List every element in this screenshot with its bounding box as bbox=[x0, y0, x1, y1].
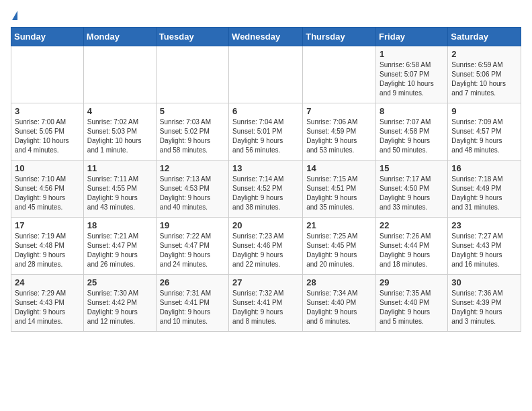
day-info: Sunrise: 7:14 AM Sunset: 4:52 PM Dayligh… bbox=[232, 175, 299, 212]
calendar-cell: 12Sunrise: 7:13 AM Sunset: 4:53 PM Dayli… bbox=[156, 161, 228, 218]
day-info: Sunrise: 7:18 AM Sunset: 4:49 PM Dayligh… bbox=[451, 175, 517, 212]
week-row-1: 1Sunrise: 6:58 AM Sunset: 5:07 PM Daylig… bbox=[11, 46, 521, 103]
day-number: 8 bbox=[380, 106, 444, 116]
week-row-2: 3Sunrise: 7:00 AM Sunset: 5:05 PM Daylig… bbox=[11, 103, 521, 161]
day-number: 18 bbox=[87, 220, 152, 230]
day-number: 10 bbox=[15, 163, 80, 173]
day-number: 13 bbox=[232, 163, 299, 173]
day-number: 16 bbox=[451, 163, 517, 173]
day-info: Sunrise: 7:17 AM Sunset: 4:50 PM Dayligh… bbox=[380, 175, 444, 212]
day-info: Sunrise: 7:25 AM Sunset: 4:45 PM Dayligh… bbox=[306, 232, 372, 269]
calendar-cell: 5Sunrise: 7:03 AM Sunset: 5:02 PM Daylig… bbox=[156, 103, 228, 161]
day-info: Sunrise: 7:09 AM Sunset: 4:57 PM Dayligh… bbox=[451, 118, 517, 155]
calendar-cell: 3Sunrise: 7:00 AM Sunset: 5:05 PM Daylig… bbox=[11, 103, 84, 161]
calendar-cell: 26Sunrise: 7:31 AM Sunset: 4:41 PM Dayli… bbox=[156, 275, 228, 332]
day-number: 12 bbox=[160, 163, 225, 173]
day-number: 14 bbox=[306, 163, 372, 173]
day-number: 28 bbox=[306, 277, 372, 287]
day-info: Sunrise: 6:58 AM Sunset: 5:07 PM Dayligh… bbox=[380, 60, 444, 98]
week-row-3: 10Sunrise: 7:10 AM Sunset: 4:56 PM Dayli… bbox=[11, 161, 521, 218]
week-row-5: 24Sunrise: 7:29 AM Sunset: 4:43 PM Dayli… bbox=[11, 275, 521, 332]
page-header bbox=[11, 11, 521, 20]
day-number: 21 bbox=[306, 220, 372, 230]
header-row: SundayMondayTuesdayWednesdayThursdayFrid… bbox=[11, 28, 521, 46]
calendar-cell: 18Sunrise: 7:21 AM Sunset: 4:47 PM Dayli… bbox=[83, 218, 156, 275]
calendar-cell: 21Sunrise: 7:25 AM Sunset: 4:45 PM Dayli… bbox=[303, 218, 376, 275]
day-info: Sunrise: 7:23 AM Sunset: 4:46 PM Dayligh… bbox=[232, 232, 299, 269]
day-info: Sunrise: 7:06 AM Sunset: 4:59 PM Dayligh… bbox=[306, 118, 372, 155]
day-info: Sunrise: 6:59 AM Sunset: 5:06 PM Dayligh… bbox=[451, 60, 517, 98]
calendar-cell: 28Sunrise: 7:34 AM Sunset: 4:40 PM Dayli… bbox=[303, 275, 376, 332]
day-info: Sunrise: 7:30 AM Sunset: 4:42 PM Dayligh… bbox=[87, 289, 152, 326]
header-day-wednesday: Wednesday bbox=[229, 28, 303, 46]
day-number: 22 bbox=[380, 220, 444, 230]
logo bbox=[11, 11, 17, 20]
header-day-monday: Monday bbox=[83, 28, 156, 46]
calendar-cell: 1Sunrise: 6:58 AM Sunset: 5:07 PM Daylig… bbox=[376, 46, 448, 103]
day-number: 19 bbox=[160, 220, 225, 230]
day-number: 2 bbox=[451, 49, 517, 59]
day-info: Sunrise: 7:22 AM Sunset: 4:47 PM Dayligh… bbox=[160, 232, 225, 269]
day-number: 20 bbox=[232, 220, 299, 230]
day-info: Sunrise: 7:11 AM Sunset: 4:55 PM Dayligh… bbox=[87, 175, 152, 212]
day-info: Sunrise: 7:36 AM Sunset: 4:39 PM Dayligh… bbox=[451, 289, 517, 326]
day-number: 23 bbox=[451, 220, 517, 230]
day-info: Sunrise: 7:19 AM Sunset: 4:48 PM Dayligh… bbox=[15, 232, 80, 269]
day-info: Sunrise: 7:21 AM Sunset: 4:47 PM Dayligh… bbox=[87, 232, 152, 269]
day-number: 17 bbox=[15, 220, 80, 230]
calendar-cell: 4Sunrise: 7:02 AM Sunset: 5:03 PM Daylig… bbox=[83, 103, 156, 161]
day-number: 29 bbox=[380, 277, 444, 287]
day-info: Sunrise: 7:34 AM Sunset: 4:40 PM Dayligh… bbox=[306, 289, 372, 326]
day-info: Sunrise: 7:26 AM Sunset: 4:44 PM Dayligh… bbox=[380, 232, 444, 269]
calendar-cell: 14Sunrise: 7:15 AM Sunset: 4:51 PM Dayli… bbox=[303, 161, 376, 218]
day-number: 4 bbox=[87, 106, 152, 116]
calendar-cell: 11Sunrise: 7:11 AM Sunset: 4:55 PM Dayli… bbox=[83, 161, 156, 218]
header-day-friday: Friday bbox=[376, 28, 448, 46]
day-number: 6 bbox=[232, 106, 299, 116]
day-number: 7 bbox=[306, 106, 372, 116]
calendar-cell: 6Sunrise: 7:04 AM Sunset: 5:01 PM Daylig… bbox=[229, 103, 303, 161]
day-info: Sunrise: 7:35 AM Sunset: 4:40 PM Dayligh… bbox=[380, 289, 444, 326]
day-info: Sunrise: 7:04 AM Sunset: 5:01 PM Dayligh… bbox=[232, 118, 299, 155]
day-info: Sunrise: 7:00 AM Sunset: 5:05 PM Dayligh… bbox=[15, 118, 80, 155]
day-info: Sunrise: 7:29 AM Sunset: 4:43 PM Dayligh… bbox=[15, 289, 80, 326]
day-info: Sunrise: 7:02 AM Sunset: 5:03 PM Dayligh… bbox=[87, 118, 152, 155]
day-info: Sunrise: 7:10 AM Sunset: 4:56 PM Dayligh… bbox=[15, 175, 80, 212]
calendar-cell: 7Sunrise: 7:06 AM Sunset: 4:59 PM Daylig… bbox=[303, 103, 376, 161]
calendar-cell: 17Sunrise: 7:19 AM Sunset: 4:48 PM Dayli… bbox=[11, 218, 84, 275]
day-info: Sunrise: 7:15 AM Sunset: 4:51 PM Dayligh… bbox=[306, 175, 372, 212]
day-info: Sunrise: 7:31 AM Sunset: 4:41 PM Dayligh… bbox=[160, 289, 225, 326]
day-number: 27 bbox=[232, 277, 299, 287]
calendar-cell: 13Sunrise: 7:14 AM Sunset: 4:52 PM Dayli… bbox=[229, 161, 303, 218]
calendar-cell: 2Sunrise: 6:59 AM Sunset: 5:06 PM Daylig… bbox=[448, 46, 521, 103]
calendar-table: SundayMondayTuesdayWednesdayThursdayFrid… bbox=[11, 27, 521, 332]
calendar-cell bbox=[83, 46, 156, 103]
calendar-header: SundayMondayTuesdayWednesdayThursdayFrid… bbox=[11, 28, 521, 46]
day-number: 1 bbox=[380, 49, 444, 59]
calendar-cell: 27Sunrise: 7:32 AM Sunset: 4:41 PM Dayli… bbox=[229, 275, 303, 332]
calendar-cell: 20Sunrise: 7:23 AM Sunset: 4:46 PM Dayli… bbox=[229, 218, 303, 275]
calendar-cell bbox=[229, 46, 303, 103]
calendar-cell bbox=[303, 46, 376, 103]
day-info: Sunrise: 7:32 AM Sunset: 4:41 PM Dayligh… bbox=[232, 289, 299, 326]
day-number: 15 bbox=[380, 163, 444, 173]
calendar-cell: 10Sunrise: 7:10 AM Sunset: 4:56 PM Dayli… bbox=[11, 161, 84, 218]
calendar-cell: 23Sunrise: 7:27 AM Sunset: 4:43 PM Dayli… bbox=[448, 218, 521, 275]
calendar-cell: 15Sunrise: 7:17 AM Sunset: 4:50 PM Dayli… bbox=[376, 161, 448, 218]
calendar-cell: 19Sunrise: 7:22 AM Sunset: 4:47 PM Dayli… bbox=[156, 218, 228, 275]
calendar-cell: 25Sunrise: 7:30 AM Sunset: 4:42 PM Dayli… bbox=[83, 275, 156, 332]
day-info: Sunrise: 7:13 AM Sunset: 4:53 PM Dayligh… bbox=[160, 175, 225, 212]
header-day-thursday: Thursday bbox=[303, 28, 376, 46]
day-info: Sunrise: 7:27 AM Sunset: 4:43 PM Dayligh… bbox=[451, 232, 517, 269]
calendar-cell: 30Sunrise: 7:36 AM Sunset: 4:39 PM Dayli… bbox=[448, 275, 521, 332]
day-number: 5 bbox=[160, 106, 225, 116]
calendar-cell: 22Sunrise: 7:26 AM Sunset: 4:44 PM Dayli… bbox=[376, 218, 448, 275]
day-number: 25 bbox=[87, 277, 152, 287]
calendar-cell: 9Sunrise: 7:09 AM Sunset: 4:57 PM Daylig… bbox=[448, 103, 521, 161]
day-number: 24 bbox=[15, 277, 80, 287]
day-number: 9 bbox=[451, 106, 517, 116]
header-day-saturday: Saturday bbox=[448, 28, 521, 46]
day-number: 3 bbox=[15, 106, 80, 116]
day-number: 30 bbox=[451, 277, 517, 287]
calendar-cell: 24Sunrise: 7:29 AM Sunset: 4:43 PM Dayli… bbox=[11, 275, 84, 332]
